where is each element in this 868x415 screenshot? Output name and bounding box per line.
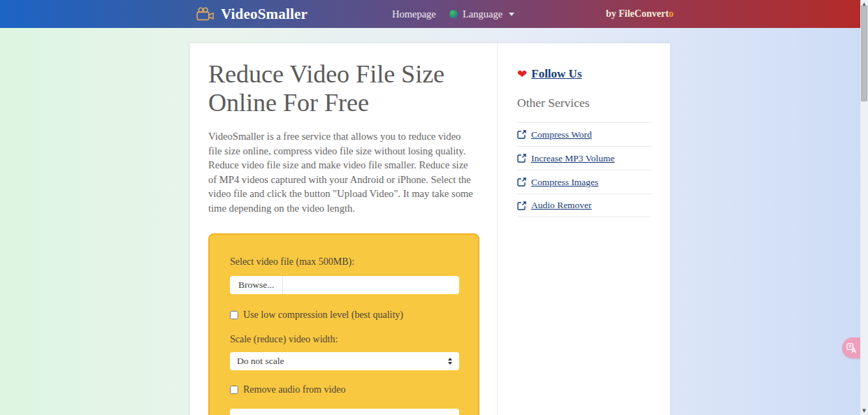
main-column: Reduce Video File Size Online For Free V…: [190, 43, 497, 415]
page-title: Reduce Video File Size Online For Free: [208, 60, 479, 117]
external-link-icon: [517, 201, 526, 210]
file-drop-area[interactable]: [230, 409, 459, 415]
intro-paragraph: VideoSmaller is a free service that allo…: [208, 129, 475, 216]
sidebar: ❤ Follow Us Other Services Compress Word: [497, 43, 670, 415]
scale-field-label: Scale (reduce) video width:: [230, 334, 458, 345]
service-link-label: Audio Remover: [531, 200, 592, 211]
other-services-title: Other Services: [517, 96, 651, 110]
byline: by FileConverto: [606, 0, 674, 28]
upload-form-panel: Select video file (max 500MB): Browse...…: [208, 233, 479, 415]
file-input[interactable]: Browse...: [230, 276, 459, 294]
nav-language-dropdown[interactable]: Language: [449, 0, 514, 28]
select-arrows-icon: [448, 358, 452, 365]
scrollbar-down-arrow[interactable]: ▼: [860, 407, 868, 414]
scale-width-select[interactable]: Do not scale: [230, 352, 459, 370]
browse-button[interactable]: Browse...: [230, 276, 283, 294]
follow-us-link[interactable]: Follow Us: [531, 67, 581, 81]
brand-logo[interactable]: VideoSmaller: [196, 0, 308, 28]
low-compression-label: Use low compression level (best quality): [243, 310, 403, 321]
content-card: Reduce Video File Size Online For Free V…: [190, 43, 670, 415]
byline-text: by FileConvert: [606, 8, 669, 20]
service-link-audio-remover[interactable]: Audio Remover: [517, 194, 651, 217]
low-compression-checkbox[interactable]: [230, 311, 238, 319]
service-link-label: Compress Images: [531, 177, 598, 188]
page-scrollbar[interactable]: ▲ ▼: [860, 0, 868, 415]
translate-widget-button[interactable]: [842, 337, 860, 358]
page: VideoSmaller Homepage Language by FileCo…: [0, 0, 868, 415]
remove-audio-row: Remove audio from video: [230, 384, 458, 395]
header: VideoSmaller Homepage Language by FileCo…: [0, 0, 860, 28]
scrollbar-thumb[interactable]: [861, 6, 867, 101]
remove-audio-checkbox[interactable]: [230, 386, 238, 394]
service-link-increase-mp3-volume[interactable]: Increase MP3 Volume: [517, 146, 651, 170]
external-link-icon: [517, 177, 526, 187]
follow-us-row: ❤ Follow Us: [517, 67, 651, 81]
brand-title: VideoSmaller: [221, 6, 308, 23]
scale-width-selected-value: Do not scale: [237, 356, 284, 367]
nav-language-label: Language: [463, 8, 502, 20]
service-link-label: Increase MP3 Volume: [531, 153, 614, 164]
service-link-compress-images[interactable]: Compress Images: [517, 170, 651, 194]
byline-accent: o: [669, 8, 674, 20]
globe-icon: [449, 10, 458, 18]
heart-icon: ❤: [517, 67, 527, 81]
remove-audio-label: Remove audio from video: [243, 384, 346, 395]
low-compression-row: Use low compression level (best quality): [230, 310, 458, 321]
external-link-icon: [517, 154, 526, 163]
file-field-label: Select video file (max 500MB):: [230, 256, 458, 268]
video-camera-icon: [196, 7, 215, 21]
chevron-down-icon: [509, 13, 514, 16]
external-link-icon: [517, 130, 526, 139]
service-link-compress-word[interactable]: Compress Word: [517, 122, 651, 146]
nav-homepage-link[interactable]: Homepage: [392, 0, 436, 28]
service-link-label: Compress Word: [531, 129, 592, 140]
translate-icon: [846, 343, 857, 354]
